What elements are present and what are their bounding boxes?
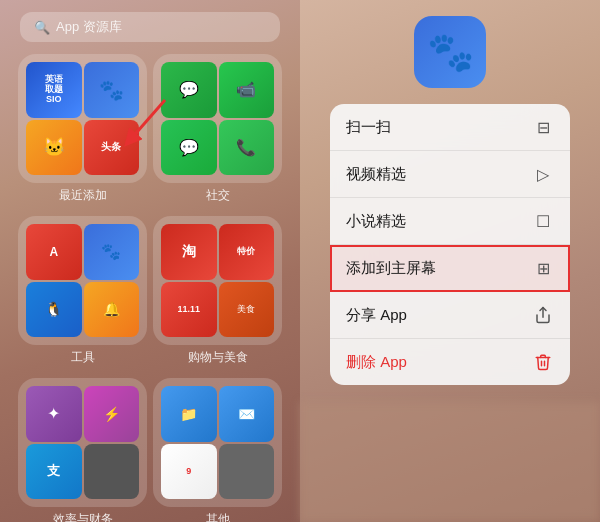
app-phone[interactable]: 📞 [219, 120, 275, 176]
app-toutiao[interactable]: 头条 [84, 120, 140, 176]
app-taobao2[interactable]: 11.11 [161, 282, 217, 338]
video-label: 视频精选 [346, 165, 406, 184]
app-empty1 [84, 444, 140, 500]
app-facetime[interactable]: 📹 [219, 62, 275, 118]
novel-icon: ☐ [532, 210, 554, 232]
recent-folder[interactable]: 英语取题SIO 🐾 🐱 头条 [18, 54, 147, 183]
scan-icon: ⊟ [532, 116, 554, 138]
app-mao[interactable]: 🐱 [26, 120, 82, 176]
section-social: 💬 📹 💬 📞 社交 [153, 54, 282, 210]
section-recent: 英语取题SIO 🐾 🐱 头条 [18, 54, 147, 210]
section-shopping: 淘 特价 11.11 美食 购物与美食 [153, 216, 282, 372]
app-yingyu[interactable]: 英语取题SIO [26, 62, 82, 118]
app-sections: 英语取题SIO 🐾 🐱 头条 [10, 54, 290, 522]
blurred-bg [300, 402, 600, 522]
app-messages[interactable]: 💬 [161, 120, 217, 176]
app-special[interactable]: 特价 [219, 224, 275, 280]
shopping-folder[interactable]: 淘 特价 11.11 美食 [153, 216, 282, 345]
search-icon: 🔍 [34, 20, 50, 35]
app-shortcuts[interactable]: ⚡ [84, 386, 140, 442]
social-label: 社交 [206, 187, 230, 204]
app-zhifubao[interactable]: 支 [26, 444, 82, 500]
app-baidu-tools[interactable]: 🐾 [84, 224, 140, 280]
context-menu: 扫一扫 ⊟ 视频精选 ▷ 小说精选 ☐ 添加到主屏幕 ⊞ 分享 App [330, 104, 570, 385]
middle-row: A 🐾 🐧 🔔 工具 [10, 216, 290, 372]
search-label: App 资源库 [56, 18, 122, 36]
app-meituan[interactable]: 美食 [219, 282, 275, 338]
app-reminder[interactable]: 🔔 [84, 282, 140, 338]
section-tools: A 🐾 🐧 🔔 工具 [18, 216, 147, 372]
finance-folder[interactable]: ✦ ⚡ 支 [18, 378, 147, 507]
social-folder[interactable]: 💬 📹 💬 📞 [153, 54, 282, 183]
app-star[interactable]: ✦ [26, 386, 82, 442]
menu-video[interactable]: 视频精选 ▷ [330, 151, 570, 198]
app-taobao[interactable]: 淘 [161, 224, 217, 280]
section-finance: ✦ ⚡ 支 效率与财务 [18, 378, 147, 522]
other-folder[interactable]: 📁 ✉️ 9 [153, 378, 282, 507]
share-label: 分享 App [346, 306, 407, 325]
menu-scan[interactable]: 扫一扫 ⊟ [330, 104, 570, 151]
menu-add-home[interactable]: 添加到主屏幕 ⊞ [330, 245, 570, 292]
tools-folder[interactable]: A 🐾 🐧 🔔 [18, 216, 147, 345]
other-label: 其他 [206, 511, 230, 522]
share-icon [532, 304, 554, 326]
menu-share[interactable]: 分享 App [330, 292, 570, 339]
left-panel: 🔍 App 资源库 英语取题SIO 🐾 [0, 0, 300, 522]
app-empty2 [219, 444, 275, 500]
right-panel: 🐾 扫一扫 ⊟ 视频精选 ▷ 小说精选 ☐ 添加到主屏幕 ⊞ 分享 App [300, 0, 600, 522]
scan-label: 扫一扫 [346, 118, 391, 137]
app-baidu-recent[interactable]: 🐾 [84, 62, 140, 118]
tools-label: 工具 [71, 349, 95, 366]
delete-label: 删除 App [346, 353, 407, 372]
baidu-app-icon: 🐾 [414, 16, 486, 88]
app-files[interactable]: 📁 [161, 386, 217, 442]
app-alpha[interactable]: A [26, 224, 82, 280]
finance-label: 效率与财务 [53, 511, 113, 522]
novel-label: 小说精选 [346, 212, 406, 231]
recent-label: 最近添加 [59, 187, 107, 204]
shopping-label: 购物与美食 [188, 349, 248, 366]
section-other: 📁 ✉️ 9 其他 [153, 378, 282, 522]
video-icon: ▷ [532, 163, 554, 185]
menu-delete[interactable]: 删除 App [330, 339, 570, 385]
app-mail[interactable]: ✉️ [219, 386, 275, 442]
app-calendar[interactable]: 9 [161, 444, 217, 500]
app-qq[interactable]: 🐧 [26, 282, 82, 338]
bottom-row: ✦ ⚡ 支 效率与财务 [10, 378, 290, 522]
app-wechat[interactable]: 💬 [161, 62, 217, 118]
delete-icon [532, 351, 554, 373]
search-bar[interactable]: 🔍 App 资源库 [20, 12, 280, 42]
menu-novel[interactable]: 小说精选 ☐ [330, 198, 570, 245]
add-home-label: 添加到主屏幕 [346, 259, 436, 278]
add-home-icon: ⊞ [532, 257, 554, 279]
top-row: 英语取题SIO 🐾 🐱 头条 [10, 54, 290, 210]
